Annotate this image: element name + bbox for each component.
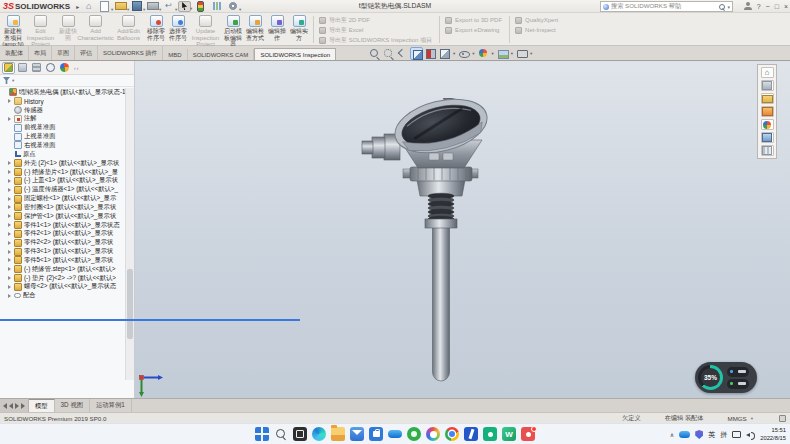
net-inspect-button[interactable]: Net-Inspect (515, 26, 558, 34)
new-snapshot-button[interactable]: 新建快照 (57, 14, 79, 45)
panel-tab-arrows[interactable]: ‹› (74, 65, 79, 71)
open-icon[interactable] (114, 1, 127, 12)
help-button[interactable]: ? (757, 3, 761, 10)
expand-arrow-icon[interactable] (8, 250, 13, 254)
tree-item[interactable]: (-) 绝缘垫片<1> (默认<<默认>_显 (0, 168, 125, 177)
units-label[interactable]: MMGS (727, 415, 746, 422)
dropdown-caret-icon[interactable]: ▾ (530, 51, 532, 56)
close-button[interactable] (784, 3, 788, 10)
new-inspection-project-button[interactable]: 新建检查项目 (amp;N) (2, 14, 24, 45)
display-tray-icon[interactable] (732, 431, 741, 438)
add-edit-balloons-button[interactable]: Add/Edit Balloons (112, 14, 145, 45)
export-2d-pdf-button[interactable]: 导出至 2D PDF (319, 16, 432, 24)
hide-show-items-icon[interactable] (457, 47, 470, 60)
tree-item[interactable]: (-) 温度传感器<1> (默认<<默认>_ (0, 185, 125, 194)
featuremanager-tab[interactable] (2, 62, 15, 74)
tree-item[interactable]: t型铠装热电偶 (默认<默认_显示状态-1 (0, 88, 125, 97)
qat-expand-icon[interactable]: ▸ (76, 3, 79, 10)
dimxpertmanager-tab[interactable] (44, 62, 57, 74)
expand-arrow-icon[interactable] (8, 117, 13, 121)
tree-item[interactable]: 原点 (0, 150, 125, 159)
ime-indicator[interactable]: 英 (708, 430, 715, 440)
badge-button-bottom[interactable] (727, 379, 749, 389)
search-icon[interactable] (719, 4, 725, 10)
thermocouple-model[interactable] (340, 98, 500, 394)
hidden-icons-chevron[interactable]: ∧ (670, 431, 674, 438)
tree-item[interactable]: (-) 绝缘管.step<1> (默认<<默认> (0, 265, 125, 274)
file-explorer-icon[interactable] (761, 93, 774, 104)
tab-scroll-arrows[interactable] (0, 399, 29, 412)
view-settings-icon[interactable] (515, 47, 528, 60)
appearances-icon[interactable] (761, 119, 774, 130)
tree-item[interactable]: (-) 垫片 (2)<2> ->? (默认<<默认> (0, 274, 125, 283)
security-shield-icon[interactable] (695, 430, 703, 439)
onedrive-taskbar-icon[interactable] (388, 427, 402, 441)
update-inspection-project-button[interactable]: Update Inspection Project (189, 14, 222, 45)
file-explorer-taskbar-icon[interactable] (331, 427, 345, 441)
export-3d-pdf-button[interactable]: Export to 3D PDF (445, 16, 502, 24)
expand-arrow-icon[interactable] (8, 188, 13, 192)
tab-layout[interactable]: 布局 (29, 46, 52, 60)
store-taskbar-icon[interactable] (369, 427, 383, 441)
tree-item[interactable]: 右视基准面 (0, 141, 125, 150)
expand-arrow-icon[interactable] (8, 267, 13, 271)
maximize-button[interactable] (775, 3, 779, 10)
task-view-taskbar-icon[interactable] (293, 427, 307, 441)
tree-item[interactable]: 前视基准面 (0, 123, 125, 132)
edit-inspection-project-button[interactable]: Edit Inspection Project (24, 14, 57, 45)
expand-arrow-icon[interactable] (8, 161, 13, 165)
options-gear-icon[interactable] (226, 1, 239, 12)
doc-tab-3d-views[interactable]: 3D 视图 (55, 399, 90, 412)
expand-arrow-icon[interactable] (8, 276, 13, 280)
tree-item[interactable]: 零件1<1> (默认<<默认>_显示状态 (0, 221, 125, 230)
expand-arrow-icon[interactable] (8, 294, 13, 298)
view-palette-icon[interactable] (761, 106, 774, 117)
ime-indicator-2[interactable]: 拼 (720, 430, 727, 440)
photos-taskbar-icon[interactable] (426, 427, 440, 441)
speaker-icon[interactable] (746, 431, 755, 439)
print-icon[interactable] (146, 1, 159, 12)
tab-sketch[interactable]: 草图 (52, 46, 75, 60)
status-options-icon[interactable] (779, 415, 786, 422)
filter-funnel-icon[interactable] (3, 77, 10, 84)
tree-item[interactable]: (-) 上盖<1> (默认<<默认>_显示状 (0, 176, 125, 185)
wps-taskbar-icon[interactable]: W (502, 427, 516, 441)
onedrive-tray-icon[interactable] (679, 431, 690, 438)
dropdown-caret-icon[interactable]: ▾ (511, 51, 513, 56)
recorder-badge[interactable]: 35% (695, 362, 757, 393)
app-red-taskbar-icon[interactable] (521, 427, 535, 441)
rebuild-icon[interactable] (194, 1, 207, 12)
tree-item[interactable]: 密封圈<1> (默认<<默认>_显示状 (0, 203, 125, 212)
file-properties-icon[interactable] (210, 1, 223, 12)
tree-item[interactable]: 零件5<1> (默认<<默认>_显示状 (0, 256, 125, 265)
export-edrawing-button[interactable]: Export eDrawing (445, 26, 502, 34)
graphics-viewport[interactable]: ‹› ▾ t型铠装热电偶 (默认<默认_显示状态-1History传感器注解前视… (0, 61, 790, 398)
view-orientation-icon[interactable] (410, 47, 423, 60)
edge-taskbar-icon[interactable] (312, 427, 326, 441)
edit-appearance-icon[interactable] (477, 47, 490, 60)
apply-scene-icon[interactable] (496, 47, 509, 60)
tree-item[interactable]: History (0, 97, 125, 106)
chrome-taskbar-icon[interactable] (445, 427, 459, 441)
mail-taskbar-icon[interactable] (350, 427, 364, 441)
zoom-area-icon[interactable] (382, 47, 395, 60)
expand-arrow-icon[interactable] (8, 241, 13, 245)
tree-item[interactable]: 注解 (0, 115, 125, 124)
undo-icon[interactable] (162, 1, 175, 12)
tab-sw-cam[interactable]: SOLIDWORKS CAM (188, 49, 255, 60)
zoom-fit-icon[interactable] (368, 47, 381, 60)
doc-tab-motion-study[interactable]: 运动算例1 (90, 399, 132, 412)
displaymanager-tab[interactable] (58, 62, 71, 74)
search-dropdown-icon[interactable]: ▾ (727, 4, 730, 10)
configurationmanager-tab[interactable] (30, 62, 43, 74)
new-document-icon[interactable] (98, 1, 111, 12)
section-view-icon[interactable] (424, 47, 437, 60)
rollback-bar[interactable] (0, 319, 300, 321)
search-box[interactable]: 搜索 SOLIDWORKS 帮助 ▾ (600, 1, 733, 12)
clock[interactable]: 15:51 2022/8/15 (760, 427, 786, 441)
filter-dropdown-icon[interactable]: ▾ (12, 78, 14, 83)
minimize-button[interactable] (766, 3, 770, 10)
save-icon[interactable] (130, 1, 143, 12)
app-teal-s-taskbar-icon[interactable] (483, 427, 497, 441)
export-excel-button[interactable]: 导出至 Excel (319, 26, 432, 34)
